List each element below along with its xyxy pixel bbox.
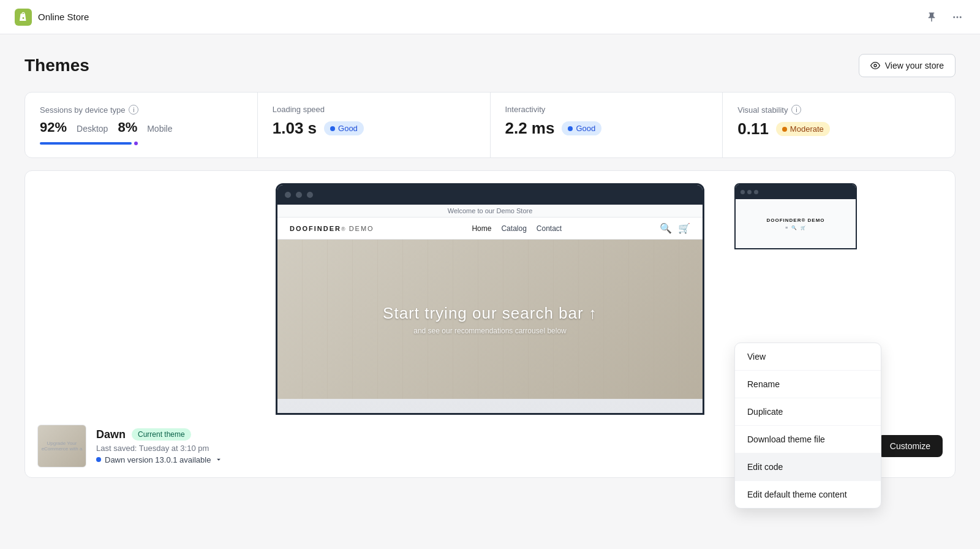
pin-button[interactable] [924, 9, 940, 25]
browser-mockup-desktop: Welcome to our Demo Store DOOFINDER®DEMO… [276, 183, 704, 415]
topnav-title: Online Store [38, 12, 89, 22]
metric-sessions: Sessions by device type i 92% Desktop 8%… [25, 93, 258, 157]
page-header: Themes View your store [24, 54, 956, 77]
customize-button[interactable]: Customize [878, 435, 943, 457]
loading-badge-dot [330, 126, 335, 131]
loading-row: 1.03 s Good [273, 119, 475, 138]
stability-info-icon[interactable]: i [791, 105, 801, 115]
stability-badge-text: Moderate [790, 124, 824, 134]
metric-interactivity: Interactivity 2.2 ms Good [491, 93, 723, 157]
theme-name-row: Dawn Current theme [96, 428, 223, 441]
store-header-icons: 🔍 🛒 [660, 222, 690, 234]
search-icon: 🔍 [660, 222, 672, 234]
metric-stability-label: Visual stability i [737, 105, 940, 115]
topnav-right [924, 9, 965, 25]
shopify-logo [15, 9, 32, 26]
theme-meta: Dawn Current theme Last saved: Tuesday a… [96, 428, 223, 464]
cart-icon: 🛒 [678, 222, 690, 234]
browser-bar [277, 185, 703, 205]
hero-title: Start trying our search bar ↑ [383, 304, 597, 323]
loading-badge: Good [324, 121, 364, 135]
eye-icon [870, 61, 880, 70]
desktop-pct: 92% [40, 119, 67, 135]
theme-saved: Last saved: Tuesday at 3:10 pm [96, 444, 223, 453]
nav-catalog: Catalog [501, 224, 526, 233]
interactivity-badge: Good [562, 121, 601, 135]
main-content: Themes View your store Sessions by devic… [0, 34, 980, 498]
context-menu-rename[interactable]: Rename [735, 371, 881, 398]
view-store-label: View your store [885, 61, 944, 70]
mobile-label: Mobile [147, 124, 172, 134]
browser-dot-2 [296, 192, 302, 198]
view-store-button[interactable]: View your store [859, 54, 956, 77]
browser-content: Welcome to our Demo Store DOOFINDER®DEMO… [277, 205, 703, 413]
topnav-left: Online Store [15, 9, 89, 26]
stability-value: 0.11 [737, 119, 769, 138]
store-logo: DOOFINDER®DEMO [290, 224, 374, 233]
context-menu-edit-default[interactable]: Edit default theme content [735, 481, 881, 508]
metric-sessions-label: Sessions by device type i [40, 105, 243, 115]
svg-point-1 [957, 16, 959, 18]
theme-version[interactable]: Dawn version 13.0.1 available [96, 455, 223, 464]
context-menu-download[interactable]: Download theme file [735, 426, 881, 453]
page-title: Themes [24, 56, 89, 75]
svg-point-0 [953, 16, 955, 18]
metric-sessions-values: 92% Desktop 8% Mobile [40, 119, 243, 135]
topnav: Online Store [0, 0, 980, 34]
store-welcome: Welcome to our Demo Store [277, 205, 703, 218]
stability-badge-dot [782, 127, 787, 132]
theme-name: Dawn [96, 428, 126, 441]
store-header: DOOFINDER®DEMO Home Catalog Contact 🔍 🛒 [277, 218, 703, 240]
mini-dot-3 [754, 190, 758, 194]
chevron-down-icon [214, 455, 223, 464]
browser-bar-mini [736, 184, 856, 199]
interactivity-badge-text: Good [576, 124, 595, 133]
mini-dot-1 [741, 190, 745, 194]
metric-loading-label: Loading speed [273, 105, 475, 114]
context-menu: View Rename Duplicate Download theme fil… [734, 343, 881, 509]
mini-dot-2 [747, 190, 752, 194]
metric-stability: Visual stability i 0.11 Moderate [723, 93, 955, 157]
mobile-pct: 8% [118, 119, 137, 135]
desktop-label: Desktop [77, 124, 108, 134]
metric-loading: Loading speed 1.03 s Good [258, 93, 491, 157]
loading-value: 1.03 s [273, 119, 317, 138]
nav-home: Home [472, 224, 491, 233]
store-nav: Home Catalog Contact [472, 224, 562, 233]
theme-section: Welcome to our Demo Store DOOFINDER®DEMO… [24, 170, 956, 478]
version-dot [96, 457, 101, 462]
context-menu-view[interactable]: View [735, 343, 881, 371]
interactivity-value: 2.2 ms [505, 119, 555, 138]
store-hero: Start trying our search bar ↑ and see ou… [277, 240, 703, 399]
metric-interactivity-label: Interactivity [505, 105, 708, 114]
sessions-info-icon[interactable]: i [129, 105, 138, 115]
nav-contact: Contact [537, 224, 562, 233]
hero-subtitle: and see our recommendations carrousel be… [383, 327, 597, 335]
stability-row: 0.11 Moderate [737, 119, 940, 138]
more-button[interactable] [949, 9, 965, 25]
context-menu-edit-code[interactable]: Edit code [735, 453, 881, 481]
current-theme-badge: Current theme [132, 428, 191, 441]
stability-badge: Moderate [776, 122, 830, 136]
loading-badge-text: Good [338, 124, 358, 133]
desktop-bar [40, 142, 132, 145]
metrics-row: Sessions by device type i 92% Desktop 8%… [24, 92, 956, 158]
svg-point-3 [874, 64, 876, 67]
browser-mockup-mobile: DOOFINDER® DEMO ≡ 🔍 🛒 [734, 183, 857, 249]
context-menu-duplicate[interactable]: Duplicate [735, 398, 881, 426]
sessions-bar [40, 142, 243, 145]
mini-cart-icon: 🛒 [801, 225, 806, 230]
svg-point-2 [960, 16, 962, 18]
mobile-dot [134, 142, 138, 145]
browser-dot-3 [307, 192, 313, 198]
mini-search-icon: 🔍 [791, 225, 797, 230]
hero-text: Start trying our search bar ↑ and see ou… [383, 304, 597, 335]
theme-info: Upgrade Your eCommerce with a Dawn Curre… [37, 425, 223, 468]
browser-content-mini: DOOFINDER® DEMO ≡ 🔍 🛒 [736, 199, 856, 248]
interactivity-row: 2.2 ms Good [505, 119, 708, 138]
browser-dot-1 [285, 192, 291, 198]
interactivity-badge-dot [568, 126, 573, 131]
version-text: Dawn version 13.0.1 available [105, 455, 211, 464]
theme-thumbnail: Upgrade Your eCommerce with a [37, 425, 86, 468]
